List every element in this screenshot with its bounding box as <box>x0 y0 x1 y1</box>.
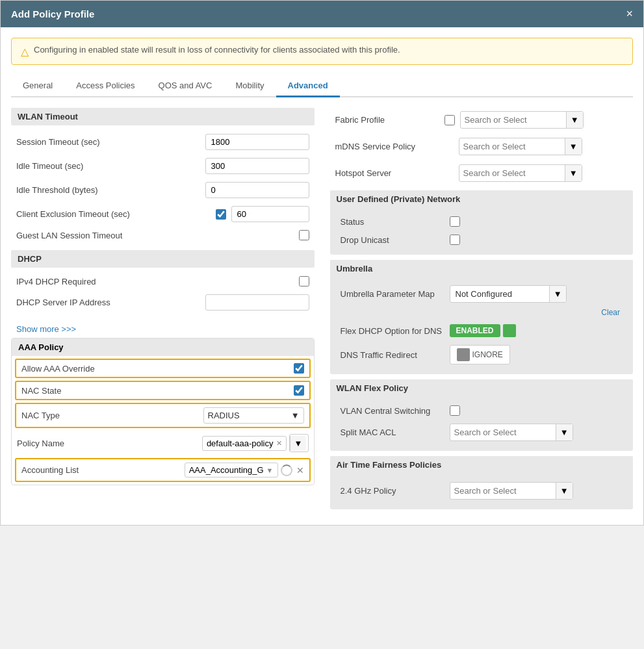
umbrella-param-arrow[interactable]: ▼ <box>549 286 566 302</box>
aaa-policy-section: AAA Policy Allow AAA Override NAC State … <box>11 338 315 485</box>
udpn-status-checkbox[interactable] <box>450 216 460 227</box>
close-button[interactable]: × <box>626 7 633 21</box>
hotspot-input[interactable] <box>459 165 565 181</box>
policy-name-tag-container: default-aaa-policy ✕ ▼ <box>202 434 309 452</box>
wlan-timeout-section: WLAN Timeout Session Timeout (sec) Idle … <box>11 108 315 244</box>
fabric-profile-input[interactable] <box>461 112 566 128</box>
hotspot-label: Hotspot Server <box>335 168 439 178</box>
mdns-select[interactable]: ▼ <box>459 138 582 155</box>
client-exclusion-row: Client Exclusion Timeout (sec) <box>11 203 315 225</box>
modal-body: △ Configuring in enabled state will resu… <box>1 27 643 525</box>
flex-dhcp-row: Flex DHCP Option for DNS ENABLED <box>335 321 628 340</box>
fabric-profile-select[interactable]: ▼ <box>460 111 584 129</box>
idle-threshold-row: Idle Threshold (bytes) <box>11 179 315 201</box>
warning-icon: △ <box>21 45 29 58</box>
dns-traffic-value: IGNORE <box>472 350 503 359</box>
nac-type-value: RADIUS <box>208 411 240 420</box>
split-mac-input[interactable] <box>450 424 556 440</box>
tab-advanced[interactable]: Advanced <box>276 75 340 97</box>
mdns-input[interactable] <box>459 138 565 155</box>
split-mac-arrow[interactable]: ▼ <box>556 424 573 440</box>
nac-type-label: NAC Type <box>21 411 198 420</box>
mdns-row: mDNS Service Policy ▼ <box>330 134 634 159</box>
udpn-drop-unicast-checkbox[interactable] <box>450 235 460 245</box>
show-more-link[interactable]: Show more >>> <box>11 320 315 338</box>
ghz-24-input[interactable] <box>450 483 556 499</box>
hotspot-row: Hotspot Server ▼ <box>330 161 634 185</box>
dhcp-server-input[interactable] <box>205 294 309 311</box>
client-exclusion-label: Client Exclusion Timeout (sec) <box>16 209 211 219</box>
mdns-arrow[interactable]: ▼ <box>565 138 582 155</box>
dns-traffic-row: DNS Traffic Redirect IGNORE <box>335 342 628 368</box>
hotspot-select[interactable]: ▼ <box>459 164 582 182</box>
idle-timeout-input[interactable] <box>205 158 309 174</box>
tab-access-policies[interactable]: Access Policies <box>64 75 146 97</box>
policy-name-dropdown[interactable]: ▼ <box>289 434 309 452</box>
umbrella-param-select[interactable]: Not Configured ▼ <box>450 285 567 303</box>
udpn-section: User Defined (Private) Network Status Dr… <box>330 190 634 255</box>
idle-timeout-label: Idle Timeout (sec) <box>16 161 200 171</box>
airtime-section: Air Time Fairness Policies 2.4 GHz Polic… <box>330 456 634 509</box>
client-exclusion-input[interactable] <box>231 206 309 222</box>
modal-title: Add Policy Profile <box>11 8 94 19</box>
ghz-24-row: 2.4 GHz Policy ▼ <box>335 479 628 503</box>
dns-traffic-toggle[interactable]: IGNORE <box>450 345 510 364</box>
umbrella-clear-link[interactable]: Clear <box>341 308 623 317</box>
policy-tag: default-aaa-policy ✕ <box>202 436 287 451</box>
allow-aaa-override-row: Allow AAA Override <box>15 359 311 378</box>
tab-qos-avc[interactable]: QOS and AVC <box>147 75 224 97</box>
mdns-label: mDNS Service Policy <box>335 142 439 151</box>
airtime-title: Air Time Fairness Policies <box>330 456 634 474</box>
accounting-dropdown-arrow[interactable]: ▼ <box>266 466 274 474</box>
udpn-drop-unicast-row: Drop Unicast <box>335 231 628 248</box>
accounting-tag-container: AAA_Accounting_G ▼ ✕ <box>185 463 304 477</box>
umbrella-title: Umbrella <box>330 260 634 277</box>
accounting-spinner <box>281 464 292 476</box>
tab-general[interactable]: General <box>11 75 64 97</box>
policy-tag-remove[interactable]: ✕ <box>276 439 282 448</box>
umbrella-param-label: Umbrella Parameter Map <box>341 289 444 299</box>
tab-mobility[interactable]: Mobility <box>224 75 276 97</box>
nac-state-checkbox[interactable] <box>294 385 304 396</box>
dns-traffic-square <box>457 348 470 361</box>
guest-lan-checkbox[interactable] <box>299 230 309 240</box>
nac-type-select[interactable]: RADIUS ▼ <box>203 407 304 424</box>
main-content: WLAN Timeout Session Timeout (sec) Idle … <box>11 108 633 515</box>
flex-dhcp-enabled-btn[interactable]: ENABLED <box>450 324 500 337</box>
fabric-profile-row: Fabric Profile ▼ <box>330 108 634 132</box>
allow-aaa-override-checkbox[interactable] <box>294 363 304 374</box>
client-exclusion-checkbox[interactable] <box>216 209 226 220</box>
dhcp-header: DHCP <box>11 250 315 268</box>
accounting-tag-value: AAA_Accounting_G <box>189 465 264 475</box>
ipv4-dhcp-checkbox[interactable] <box>299 276 309 286</box>
split-mac-label: Split MAC ACL <box>341 427 444 437</box>
split-mac-select[interactable]: ▼ <box>450 424 573 441</box>
nac-type-row: NAC Type RADIUS ▼ <box>15 403 311 428</box>
dhcp-server-row: DHCP Server IP Address <box>11 291 315 314</box>
modal-header: Add Policy Profile × <box>1 1 643 27</box>
session-timeout-input[interactable] <box>205 134 309 150</box>
fabric-profile-arrow[interactable]: ▼ <box>566 112 583 128</box>
session-timeout-row: Session Timeout (sec) <box>11 131 315 153</box>
udpn-title: User Defined (Private) Network <box>330 190 634 208</box>
hotspot-arrow[interactable]: ▼ <box>565 165 582 181</box>
ghz-24-arrow[interactable]: ▼ <box>556 483 573 499</box>
policy-name-label: Policy Name <box>17 439 197 448</box>
flex-dhcp-label: Flex DHCP Option for DNS <box>341 326 444 336</box>
udpn-drop-unicast-label: Drop Unicast <box>341 235 444 245</box>
fabric-profile-checkbox[interactable] <box>444 115 455 125</box>
tab-bar: General Access Policies QOS and AVC Mobi… <box>11 75 633 97</box>
policy-name-arrow[interactable]: ▼ <box>290 436 307 451</box>
policy-tag-value: default-aaa-policy <box>207 439 274 448</box>
nac-state-label: NAC State <box>21 386 294 396</box>
idle-threshold-input[interactable] <box>205 182 309 198</box>
allow-aaa-override-label: Allow AAA Override <box>21 364 294 374</box>
session-timeout-label: Session Timeout (sec) <box>16 137 200 147</box>
ghz-24-select[interactable]: ▼ <box>450 482 573 500</box>
ghz-24-label: 2.4 GHz Policy <box>341 486 444 496</box>
accounting-remove[interactable]: ✕ <box>296 465 304 476</box>
vlan-central-checkbox[interactable] <box>450 405 460 416</box>
udpn-status-label: Status <box>341 217 444 227</box>
ipv4-dhcp-label: IPv4 DHCP Required <box>16 277 294 286</box>
split-mac-row: Split MAC ACL ▼ <box>335 420 628 444</box>
